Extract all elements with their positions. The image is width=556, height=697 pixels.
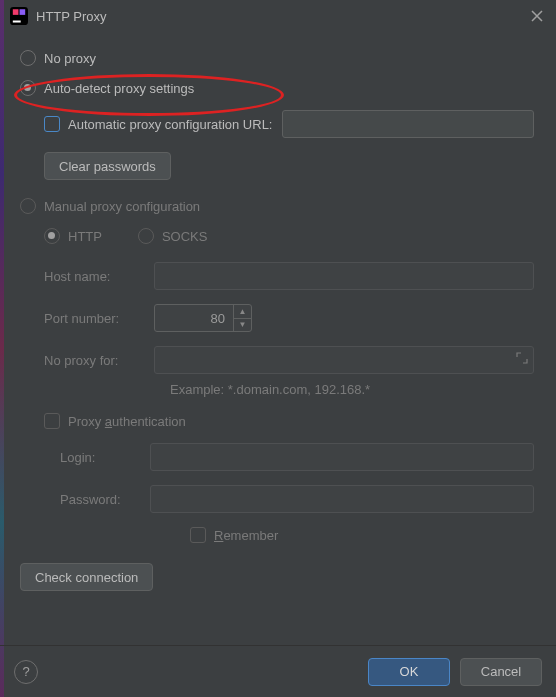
radio-http[interactable]: HTTP — [44, 228, 102, 244]
checkbox-proxy-auth[interactable]: Proxy authentication — [44, 413, 548, 429]
radio-label: Auto-detect proxy settings — [44, 81, 194, 96]
svg-rect-2 — [20, 9, 26, 15]
clear-passwords-button[interactable]: Clear passwords — [44, 152, 171, 180]
cancel-button[interactable]: Cancel — [460, 658, 542, 686]
radio-icon — [20, 80, 36, 96]
radio-icon — [20, 198, 36, 214]
titlebar: HTTP Proxy — [0, 0, 556, 32]
no-proxy-for-label: No proxy for: — [44, 353, 154, 368]
login-label: Login: — [60, 450, 150, 465]
check-connection-button[interactable]: Check connection — [20, 563, 153, 591]
no-proxy-for-input[interactable] — [154, 346, 534, 374]
password-label: Password: — [60, 492, 150, 507]
close-icon[interactable] — [528, 7, 546, 25]
radio-no-proxy[interactable]: No proxy — [20, 50, 548, 66]
host-label: Host name: — [44, 269, 154, 284]
checkbox-icon — [44, 413, 60, 429]
port-spinner[interactable]: ▲ ▼ — [154, 304, 252, 332]
pac-url-input[interactable] — [282, 110, 534, 138]
expand-icon[interactable] — [516, 352, 528, 367]
host-input[interactable] — [154, 262, 534, 290]
dialog-content: No proxy Auto-detect proxy settings Auto… — [0, 32, 556, 591]
login-input[interactable] — [150, 443, 534, 471]
help-button[interactable]: ? — [14, 660, 38, 684]
radio-socks[interactable]: SOCKS — [138, 228, 208, 244]
radio-auto-detect[interactable]: Auto-detect proxy settings — [20, 80, 548, 96]
checkbox-remember[interactable]: Remember — [190, 527, 548, 543]
radio-label: Manual proxy configuration — [44, 199, 200, 214]
stepper-down-icon[interactable]: ▼ — [234, 319, 251, 332]
app-icon — [10, 7, 28, 25]
example-text: Example: *.domain.com, 192.168.* — [170, 382, 548, 397]
svg-rect-3 — [13, 21, 21, 23]
port-input[interactable] — [155, 305, 233, 331]
port-label: Port number: — [44, 311, 154, 326]
checkbox-label: Automatic proxy configuration URL: — [68, 117, 272, 132]
window-left-edge — [0, 0, 4, 697]
password-input[interactable] — [150, 485, 534, 513]
radio-icon — [138, 228, 154, 244]
radio-manual[interactable]: Manual proxy configuration — [20, 198, 548, 214]
radio-label: No proxy — [44, 51, 96, 66]
stepper-up-icon[interactable]: ▲ — [234, 305, 251, 319]
checkbox-icon — [190, 527, 206, 543]
radio-label: HTTP — [68, 229, 102, 244]
svg-rect-1 — [13, 9, 19, 15]
checkbox-pac-url[interactable]: Automatic proxy configuration URL: — [44, 110, 548, 138]
window-title: HTTP Proxy — [36, 9, 107, 24]
ok-button[interactable]: OK — [368, 658, 450, 686]
checkbox-label: Proxy authentication — [68, 414, 186, 429]
checkbox-icon — [44, 116, 60, 132]
checkbox-label: Remember — [214, 528, 278, 543]
dialog-footer: ? OK Cancel — [0, 645, 556, 697]
radio-label: SOCKS — [162, 229, 208, 244]
radio-icon — [44, 228, 60, 244]
radio-icon — [20, 50, 36, 66]
